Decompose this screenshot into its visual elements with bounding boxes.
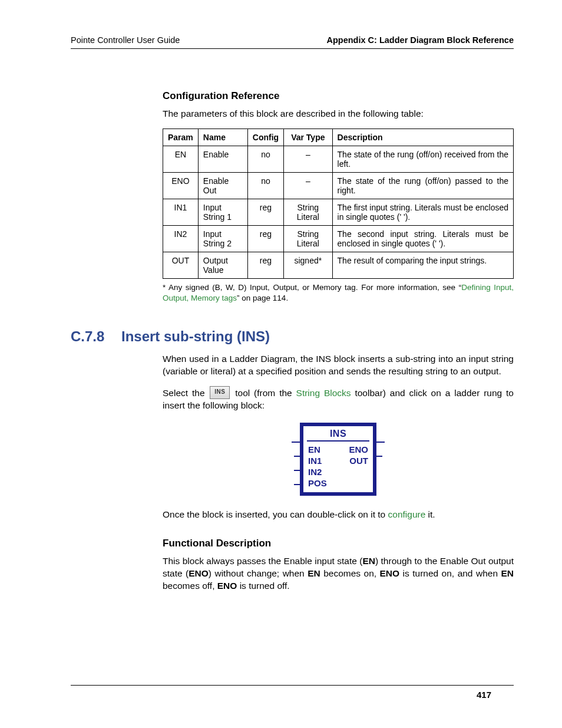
port-en: EN [308,444,320,454]
runhead-left: Pointe Controller User Guide [71,35,180,45]
col-name: Name [198,129,247,146]
para3-pre: Once the block is inserted, you can doub… [163,509,388,519]
cell-vartype: signed* [284,252,332,278]
section-para2: Select the tool (from the String Blocks … [163,386,514,412]
table-row: ENO Enable Out no – The state of the run… [163,172,514,199]
cell-param: IN1 [163,199,199,225]
funcdesc-para: This block always passes the Enable inpu… [163,555,514,592]
cell-config: no [247,172,283,199]
ins-tool-icon [210,386,230,399]
cell-vartype: String Literal [284,225,332,252]
fd-eno1: ENO [189,568,209,578]
port-eno: ENO [349,444,368,454]
fd-4: ) without change; when [209,568,308,578]
cell-vartype: String Literal [284,199,332,225]
cell-config: no [247,146,283,172]
ladder-block: INS ENENO IN1OUT IN2 POS [300,423,376,496]
cell-name: Enable Out [198,172,247,199]
cell-desc: The result of comparing the input string… [332,252,513,278]
table-header-row: Param Name Config Var Type Description [163,129,514,146]
cell-desc: The second input string. Literals must b… [332,225,513,252]
section-para3: Once the block is inserted, you can doub… [163,509,514,521]
cell-name: Input String 1 [198,199,247,225]
table-row: OUT Output Value reg signed* The result … [163,252,514,278]
port-in1: IN1 [308,456,322,466]
fd-eno3: ENO [217,581,237,591]
fd-12: is turned off. [237,581,289,591]
table-row: IN1 Input String 1 reg String Literal Th… [163,199,514,225]
col-vartype: Var Type [284,129,332,146]
cell-desc: The first input string. Literals must be… [332,199,513,225]
cell-param: ENO [163,172,199,199]
cell-config: reg [247,225,283,252]
cell-desc: The state of the rung (off/on) passed to… [332,172,513,199]
port-pos: POS [308,478,327,488]
configure-link[interactable]: configure [388,509,426,519]
params-table: Param Name Config Var Type Description E… [163,129,514,279]
fd-en2: EN [308,568,320,578]
fd-8: is turned on, and when [399,568,501,578]
fd-eno2: ENO [380,568,400,578]
col-param: Param [163,129,199,146]
section-para1: When used in a Ladder Diagram, the INS b… [163,353,514,378]
port-in2: IN2 [308,467,322,477]
runhead-right: Appendix C: Ladder Diagram Block Referen… [327,35,514,45]
footnote-pre: * Any signed (B, W, D) Input, Output, or… [163,283,461,292]
port-out: OUT [349,456,368,466]
table-footnote: * Any signed (B, W, D) Input, Output, or… [163,282,514,304]
cell-config: reg [247,199,283,225]
fd-en3: EN [501,568,514,578]
col-desc: Description [332,129,513,146]
fd-6: becomes on, [320,568,380,578]
section-title: Insert sub-string (INS) [121,328,270,345]
footnote-post: ” on page 114. [237,294,288,302]
cell-vartype: – [284,172,332,199]
para3-post: it. [425,509,435,519]
ladder-block-figure: INS ENENO IN1OUT IN2 POS [163,423,514,496]
cell-param: IN2 [163,225,199,252]
config-ref-intro: The parameters of this block are describ… [163,108,514,120]
cell-param: OUT [163,252,199,278]
fd-10: becomes off, [163,581,217,591]
cell-vartype: – [284,146,332,172]
cell-name: Input String 2 [198,225,247,252]
running-header: Pointe Controller User Guide Appendix C:… [71,35,514,49]
cell-desc: The state of the rung (off/on) received … [332,146,513,172]
cell-name: Output Value [198,252,247,278]
cell-config: reg [247,252,283,278]
fd-en1: EN [362,556,375,566]
col-config: Config [247,129,283,146]
string-blocks-link[interactable]: String Blocks [296,388,351,398]
para2-pre: Select the [163,388,209,398]
config-ref-heading: Configuration Reference [163,90,514,102]
fd-0: This block always passes the Enable inpu… [163,556,362,566]
para2-mid: tool (from the [231,388,296,398]
cell-param: EN [163,146,199,172]
block-title: INS [307,429,369,442]
footer-rule [71,685,514,686]
cell-name: Enable [198,146,247,172]
table-row: IN2 Input String 2 reg String Literal Th… [163,225,514,252]
section-number: C.7.8 [71,328,108,345]
page-number: 417 [477,690,491,700]
table-row: EN Enable no – The state of the rung (of… [163,146,514,172]
funcdesc-heading: Functional Description [163,538,514,549]
